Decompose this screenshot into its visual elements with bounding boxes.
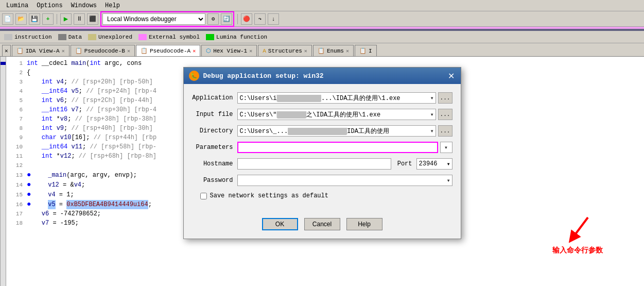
dialog-title-text: Debug application setup: win32 [203,72,324,80]
menu-options[interactable]: Options [32,1,66,10]
tab-structures-label: Structures [268,48,302,54]
password-combo-arrow: ▼ [447,178,450,183]
application-browse-button[interactable]: ... [438,92,452,104]
parameters-input-area: ▼ [237,142,452,153]
legend-external-color [138,34,147,40]
dialog-icon: 🐛 [189,71,199,81]
debugger-refresh-button[interactable]: 🔄 [221,13,232,25]
application-value: C:\Users\i████████████...\IDA工具的使用\1.exe [240,94,401,103]
directory-combo[interactable]: C:\Users\_...████████████████IDA工具的使用 ▼ [237,125,436,137]
menu-help[interactable]: Help [101,1,124,10]
open-button[interactable]: 📂 [15,13,27,25]
add-button[interactable]: + [42,13,54,25]
parameters-input[interactable] [237,142,438,153]
hostname-row: Hostname Port 23946 ▼ [192,158,452,170]
input-file-label: Input file [192,111,233,118]
legend-data-label: Data [68,34,82,40]
tab-enums-close[interactable]: ✕ [346,48,349,54]
menu-windows[interactable]: Windows [67,1,101,10]
password-label: Password [192,177,233,184]
stop-button[interactable]: ⬛ [87,13,98,25]
legend-instruction: instruction [4,34,52,40]
tab-more-icon: 📋 [359,47,367,54]
tab-hex-view-icon: ⬡ [206,47,211,54]
directory-value: C:\Users\_...████████████████IDA工具的使用 [240,127,389,136]
password-combo[interactable]: ▼ [237,175,452,186]
breakpoint-button[interactable]: 🔴 [241,13,252,25]
toolbar: 📄 📂 💾 + ▶ ⏸ ⬛ Local Windows debugger ⚙ 🔄… [0,11,644,27]
save-network-label: Save network settings as default [210,192,328,199]
application-input-area: C:\Users\i████████████...\IDA工具的使用\1.exe… [237,92,452,104]
annotation-area: 输入命令行参数 [552,215,603,255]
hostname-input-area: Port 23946 ▼ [237,158,452,170]
input-file-value: C:\Users\"████████之\IDA工具的使用\1.exe [240,110,381,119]
tab-ida-view-close[interactable]: ✕ [62,48,65,54]
red-arrow-icon [562,215,593,246]
tab-enums-label: Enums [327,48,344,54]
input-file-combo-arrow: ▼ [431,112,433,117]
legend-instruction-color [4,34,12,40]
tab-ida-view[interactable]: 📋 IDA View-A ✕ [12,45,69,56]
port-combo-arrow: ▼ [447,162,450,166]
save-network-checkbox[interactable] [200,193,207,199]
tabs-bar: ✕ 📋 IDA View-A ✕ 📋 Pseudocode-B ✕ 📋 Pseu… [0,43,644,57]
step-into-button[interactable]: ↓ [268,13,279,25]
dialog-close-button[interactable]: ✕ [447,71,456,81]
application-combo-arrow: ▼ [431,96,433,100]
save-network-row: Save network settings as default [192,192,452,199]
tab-pseudocode-b[interactable]: 📋 Pseudocode-B ✕ [71,45,135,56]
directory-browse-button[interactable]: ... [438,125,452,137]
play-button[interactable]: ▶ [60,13,72,25]
legend-data: Data [58,34,82,40]
tab-hex-view[interactable]: ⬡ Hex View-1 ✕ [201,45,257,56]
sep2 [237,14,238,24]
tab-structures-close[interactable]: ✕ [304,48,307,54]
tab-more-label: I [369,48,372,54]
tab-pseudocode-a-icon: 📋 [141,47,148,54]
parameters-row: Parameters ▼ [192,142,452,153]
tab-pseudocode-a-close[interactable]: ✕ [193,48,196,54]
tab-more[interactable]: 📋 I [355,45,377,56]
debug-setup-dialog: 🐛 Debug application setup: win32 ✕ Appli… [183,67,461,239]
tab-structures[interactable]: A Structures ✕ [258,45,312,56]
dialog-body: Application C:\Users\i████████████...\ID… [184,84,461,214]
tab-hex-view-label: Hex View-1 [213,48,247,54]
application-combo[interactable]: C:\Users\i████████████...\IDA工具的使用\1.exe… [237,92,436,104]
tab-pseudocode-b-label: Pseudocode-B [84,48,125,54]
tab-pseudocode-a[interactable]: 📋 Pseudocode-A ✕ [136,45,200,56]
new-file-button[interactable]: 📄 [2,13,13,25]
menubar: Lumina Options Windows Help [0,0,644,11]
legend-instruction-label: instruction [14,34,52,40]
sep1 [57,14,57,24]
input-file-combo[interactable]: C:\Users\"████████之\IDA工具的使用\1.exe ▼ [237,109,436,120]
ok-button[interactable]: OK [262,218,298,230]
annotation-text: 输入命令行参数 [552,246,603,255]
save-button[interactable]: 💾 [29,13,40,25]
hostname-input[interactable] [237,158,391,170]
debugger-select[interactable]: Local Windows debugger [102,13,205,25]
input-file-browse-button[interactable]: ... [438,109,452,120]
tab-enums[interactable]: 📋 Enums ✕ [313,45,354,56]
tab-structures-icon: A [263,48,266,54]
menu-lumina[interactable]: Lumina [2,1,32,10]
step-over-button[interactable]: ↷ [254,13,266,25]
parameters-combo-arrow-box[interactable]: ▼ [440,142,452,153]
arrow-container [562,215,593,246]
input-file-row: Input file C:\Users\"████████之\IDA工具的使用\… [192,109,452,120]
tab-ida-view-icon: 📋 [16,47,24,54]
main-area: 1 int __cdecl main(int argc, cons 2 { 3 … [0,57,644,286]
directory-combo-arrow: ▼ [431,129,433,133]
tab-hex-view-close[interactable]: ✕ [249,48,252,54]
port-combo[interactable]: 23946 ▼ [416,158,452,170]
debugger-settings-button[interactable]: ⚙ [207,13,219,25]
tab-close-x[interactable]: ✕ [2,45,11,56]
tab-pseudocode-b-close[interactable]: ✕ [127,48,130,54]
legend-external-label: External symbol [149,34,200,40]
pause-button[interactable]: ⏸ [74,13,85,25]
cancel-button[interactable]: Cancel [304,218,340,230]
tab-pseudocode-b-icon: 📋 [75,47,82,54]
help-button[interactable]: Help [346,218,382,230]
legend-external: External symbol [138,34,200,40]
legend-lumina-label: Lumina function [216,34,267,40]
application-row: Application C:\Users\i████████████...\ID… [192,92,452,104]
